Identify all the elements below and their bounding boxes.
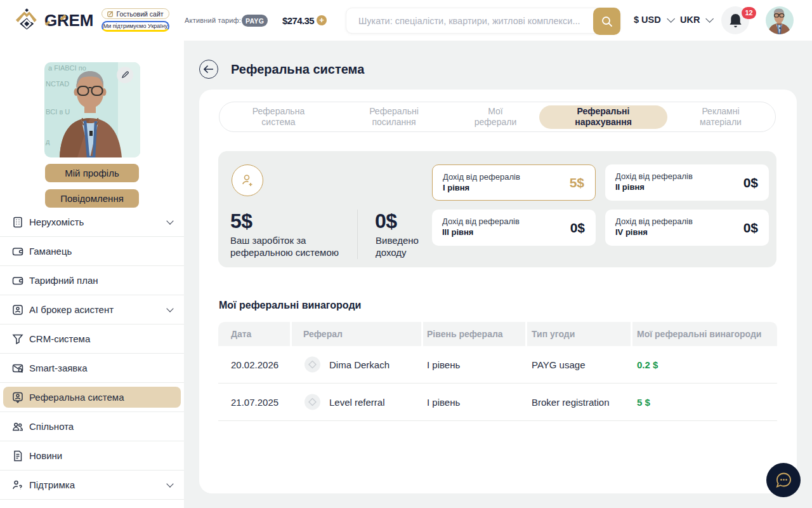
svg-text:д: д (46, 138, 50, 145)
svg-text:BCI в U: BCI в U (46, 108, 70, 116)
svg-text:NCTAD: NCTAD (46, 80, 69, 88)
svg-text:а FIABCI по: а FIABCI по (48, 64, 86, 72)
